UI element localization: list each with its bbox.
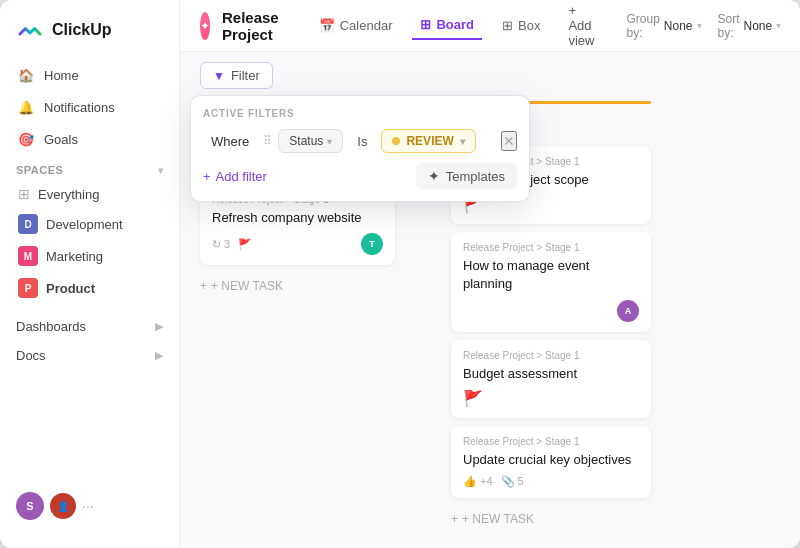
- task-title-event: How to manage event planning: [463, 257, 639, 293]
- templates-btn[interactable]: ✦ Templates: [416, 163, 517, 189]
- filter-btn-label: Filter: [231, 68, 260, 83]
- user-avatar-secondary[interactable]: 👤: [50, 493, 76, 519]
- add-view-btn[interactable]: + Add view: [560, 0, 602, 52]
- comment-number: 3: [224, 238, 230, 250]
- sidebar-item-notifications[interactable]: 🔔 Notifications: [8, 92, 171, 122]
- main-content: ✦ Release Project 📅 Calendar ⊞ Board ⊞ B…: [180, 0, 800, 548]
- task-footer: ↻ 3 🚩 T: [212, 233, 383, 255]
- filter-is-label: Is: [349, 130, 375, 153]
- task-title-refresh: Refresh company website: [212, 209, 383, 227]
- filter-dropdown-footer: + Add filter ✦ Templates: [203, 163, 517, 189]
- new-task-label: + NEW TASK: [211, 279, 283, 293]
- tab-calendar-label: Calendar: [340, 18, 393, 33]
- group-sort-controls: Group by: None ▾ Sort by: None ▾: [626, 12, 781, 40]
- sidebar-item-development[interactable]: D Development: [8, 208, 171, 240]
- box-icon: ⊞: [502, 18, 513, 33]
- add-filter-btn[interactable]: + Add filter: [203, 165, 267, 188]
- spaces-label: Spaces: [16, 164, 63, 176]
- clickup-logo-icon: [16, 16, 44, 44]
- spaces-chevron-icon: ▾: [158, 165, 164, 176]
- attach-value: 5: [518, 475, 524, 487]
- flag-orange-icon: 🚩: [238, 238, 252, 251]
- group-by-value: None: [664, 19, 693, 33]
- user-avatar-row: S 👤 ···: [0, 480, 179, 532]
- review-dot: [392, 137, 400, 145]
- filter-value-tag[interactable]: REVIEW ▾: [381, 129, 475, 153]
- new-task-plus-icon-review: +: [451, 512, 458, 526]
- filter-status-label: Status: [289, 134, 323, 148]
- tab-box-label: Box: [518, 18, 540, 33]
- task-card-budget[interactable]: Release Project > Stage 1 Budget assessm…: [451, 340, 651, 418]
- filter-dropdown: ACTIVE FILTERS Where ⠿ Status ▾ Is REVIE…: [190, 95, 530, 202]
- tab-board[interactable]: ⊞ Board: [412, 11, 482, 40]
- add-view-label: + Add view: [568, 3, 594, 48]
- sidebar-item-docs[interactable]: Docs ▶: [0, 341, 179, 370]
- filter-where-label: Where: [203, 130, 257, 153]
- sidebar-item-everything[interactable]: ⊞ Everything: [8, 180, 171, 208]
- task-avatar: T: [361, 233, 383, 255]
- sidebar-label-everything: Everything: [38, 187, 99, 202]
- tab-board-label: Board: [436, 17, 474, 32]
- docs-label: Docs: [16, 348, 46, 363]
- task-title-objectives: Update crucial key objectives: [463, 451, 639, 469]
- goals-icon: 🎯: [18, 131, 34, 147]
- add-filter-plus-icon: +: [203, 169, 211, 184]
- docs-chevron-icon: ▶: [155, 349, 163, 362]
- product-badge: P: [18, 278, 38, 298]
- task-breadcrumb-budget: Release Project > Stage 1: [463, 350, 639, 361]
- sidebar-item-home[interactable]: 🏠 Home: [8, 60, 171, 90]
- tab-calendar[interactable]: 📅 Calendar: [311, 12, 401, 39]
- templates-icon: ✦: [428, 168, 440, 184]
- task-card-objectives[interactable]: Release Project > Stage 1 Update crucial…: [451, 426, 651, 498]
- attach-count: 📎 5: [501, 475, 524, 488]
- filter-close-btn[interactable]: ✕: [501, 131, 517, 151]
- new-task-btn-left[interactable]: + + NEW TASK: [200, 273, 395, 299]
- likes-value: +4: [480, 475, 493, 487]
- sort-by-value: None: [744, 19, 773, 33]
- sort-by-label: Sort by:: [718, 12, 740, 40]
- marketing-badge: M: [18, 246, 38, 266]
- project-icon: ✦: [200, 12, 210, 40]
- comment-count: ↻ 3: [212, 238, 230, 251]
- likes-count: 👍 +4: [463, 475, 493, 488]
- new-task-label-review: + NEW TASK: [462, 512, 534, 526]
- task-avatar-event: A: [617, 300, 639, 322]
- active-filters-title: ACTIVE FILTERS: [203, 108, 517, 119]
- sort-by-control[interactable]: Sort by: None ▾: [718, 12, 782, 40]
- sidebar: ClickUp 🏠 Home 🔔 Notifications 🎯 Goals S…: [0, 0, 180, 548]
- avatar-more-icon[interactable]: ···: [82, 498, 94, 514]
- sidebar-label-goals: Goals: [44, 132, 78, 147]
- sidebar-item-dashboards[interactable]: Dashboards ▶: [0, 312, 179, 341]
- sidebar-item-product[interactable]: P Product: [8, 272, 171, 304]
- filter-icon: ▼: [213, 69, 225, 83]
- sidebar-item-marketing[interactable]: M Marketing: [8, 240, 171, 272]
- sort-by-chevron-icon: ▾: [776, 20, 781, 31]
- user-avatar-primary[interactable]: S: [16, 492, 44, 520]
- templates-label: Templates: [446, 169, 505, 184]
- status-chevron-icon: ▾: [327, 136, 332, 147]
- bell-icon: 🔔: [18, 99, 34, 115]
- sidebar-bottom: Dashboards ▶ Docs ▶: [0, 312, 179, 370]
- add-filter-label: Add filter: [216, 169, 267, 184]
- filter-button[interactable]: ▼ Filter: [200, 62, 273, 89]
- sidebar-item-goals[interactable]: 🎯 Goals: [8, 124, 171, 154]
- tab-box[interactable]: ⊞ Box: [494, 12, 548, 39]
- task-meta: ↻ 3 🚩: [212, 238, 252, 251]
- filter-review-value: REVIEW: [406, 134, 453, 148]
- sidebar-nav: 🏠 Home 🔔 Notifications 🎯 Goals: [0, 60, 179, 154]
- task-title-budget: Budget assessment: [463, 365, 639, 383]
- logo: ClickUp: [0, 16, 179, 60]
- flag-orange-budget-icon: 🚩: [463, 389, 483, 408]
- task-card-event[interactable]: Release Project > Stage 1 How to manage …: [451, 232, 651, 331]
- group-by-chevron-icon: ▾: [697, 20, 702, 31]
- group-by-control[interactable]: Group by: None ▾: [626, 12, 701, 40]
- new-task-btn-review[interactable]: + + NEW TASK: [451, 506, 651, 532]
- task-footer-budget: 🚩: [463, 389, 639, 408]
- review-chevron-icon: ▾: [460, 136, 465, 147]
- thumbup-icon: 👍: [463, 475, 477, 488]
- filter-status-tag[interactable]: Status ▾: [278, 129, 343, 153]
- sidebar-label-product: Product: [46, 281, 95, 296]
- drag-icon: ⠿: [263, 134, 272, 148]
- task-meta-objectives: 👍 +4 📎 5: [463, 475, 524, 488]
- app-name: ClickUp: [52, 21, 112, 39]
